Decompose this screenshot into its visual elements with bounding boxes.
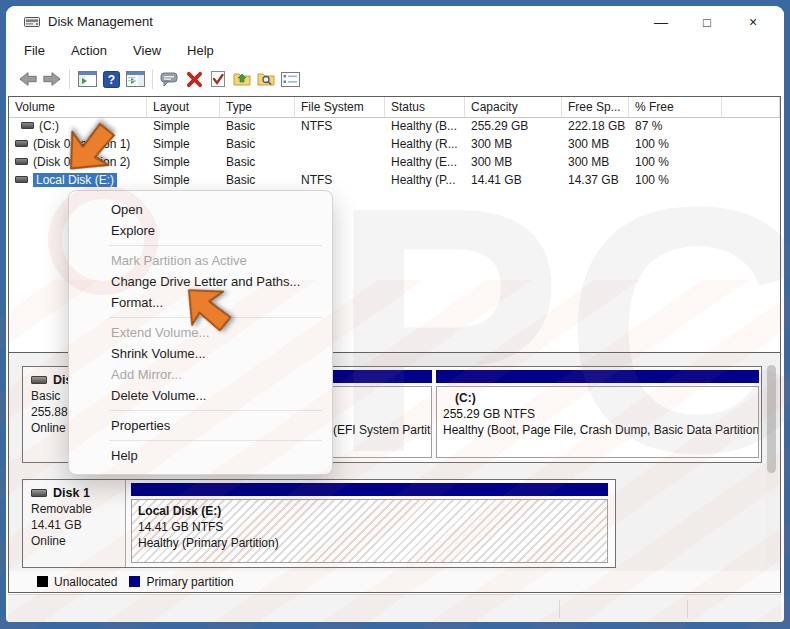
explore-folder-icon[interactable]	[254, 67, 278, 91]
legend-label: Primary partition	[146, 575, 233, 589]
cell-pct-free: 100 %	[629, 136, 722, 154]
e-partition-size: 14.41 GB NTFS	[138, 519, 601, 535]
scrollbar-thumb[interactable]	[767, 365, 776, 473]
menu-item-properties[interactable]: Properties	[69, 415, 332, 436]
status-bar	[8, 594, 781, 622]
table-row-selected[interactable]: Local Disk (E:) Simple Basic NTFS Health…	[9, 172, 780, 190]
column-header-capacity[interactable]: Capacity	[465, 97, 562, 117]
disk1-status: Online	[31, 534, 125, 548]
column-header-pct-free[interactable]: % Free	[629, 97, 722, 117]
cell-pct-free: 87 %	[629, 118, 722, 136]
volume-drive-icon	[21, 122, 34, 129]
cell-status: Healthy (E...	[385, 154, 465, 172]
c-partition-size: 255.29 GB NTFS	[443, 406, 752, 422]
menu-bar: File Action View Help	[6, 38, 784, 62]
primary-partition-bar	[131, 483, 608, 496]
legend-unallocated: Unallocated	[37, 575, 117, 589]
cell-status: Healthy (R...	[385, 136, 465, 154]
menu-item-delete-volume[interactable]: Delete Volume...	[69, 385, 332, 406]
e-partition-status: Healthy (Primary Partition)	[138, 535, 601, 551]
disk1-graphic-row: Disk 1 Removable 14.41 GB Online Local D…	[22, 479, 616, 568]
column-header-blank	[722, 97, 780, 117]
window-title: Disk Management	[48, 14, 153, 29]
delete-volume-icon[interactable]	[182, 67, 206, 91]
toolbar: ?	[6, 62, 784, 96]
menu-separator	[109, 410, 322, 411]
statusbar-separator	[687, 600, 688, 618]
cell-layout: Simple	[147, 118, 220, 136]
menu-view[interactable]: View	[133, 43, 161, 58]
cell-file-system: NTFS	[295, 118, 385, 136]
c-partition-name: (C:)	[443, 390, 752, 406]
column-header-layout[interactable]: Layout	[147, 97, 220, 117]
menu-item-shrink-volume[interactable]: Shrink Volume...	[69, 343, 332, 364]
legend-label: Unallocated	[54, 575, 117, 589]
check-properties-icon[interactable]	[206, 67, 230, 91]
show-console-tree-icon[interactable]	[75, 67, 99, 91]
c-partition-status: Healthy (Boot, Page File, Crash Dump, Ba…	[443, 422, 752, 438]
cell-capacity: 300 MB	[465, 136, 562, 154]
cell-status: Healthy (P...	[385, 172, 465, 190]
cell-type: Basic	[220, 172, 295, 190]
legend-bar: Unallocated Primary partition	[9, 571, 780, 592]
details-view-icon[interactable]	[278, 67, 302, 91]
menu-help[interactable]: Help	[187, 43, 214, 58]
volume-name: (C:)	[39, 119, 59, 133]
cell-layout: Simple	[147, 136, 220, 154]
cell-layout: Simple	[147, 172, 220, 190]
open-folder-icon[interactable]	[230, 67, 254, 91]
e-partition-name: Local Disk (E:)	[138, 503, 601, 519]
cell-file-system	[295, 154, 385, 172]
column-header-status[interactable]: Status	[385, 97, 465, 117]
cell-status: Healthy (B...	[385, 118, 465, 136]
menu-item-open[interactable]: Open	[69, 199, 332, 220]
column-header-file-system[interactable]: File System	[295, 97, 385, 117]
forward-icon[interactable]	[40, 67, 64, 91]
screen-tip-icon[interactable]	[158, 67, 182, 91]
volume-drive-icon	[15, 140, 28, 147]
disk1-e-partition-block[interactable]: Local Disk (E:) 14.41 GB NTFS Healthy (P…	[131, 483, 608, 564]
volume-drive-icon	[15, 158, 28, 165]
table-row[interactable]: (Disk 0 partition 2) Simple Basic Health…	[9, 154, 780, 172]
vertical-scrollbar[interactable]	[765, 359, 778, 565]
menu-action[interactable]: Action	[71, 43, 107, 58]
help-icon[interactable]: ?	[99, 67, 123, 91]
disk1-kind: Removable	[31, 502, 125, 516]
column-header-type[interactable]: Type	[220, 97, 295, 117]
cell-capacity: 300 MB	[465, 154, 562, 172]
menu-item-explore[interactable]: Explore	[69, 220, 332, 241]
show-action-pane-icon[interactable]	[123, 67, 147, 91]
title-bar: Disk Management — □ ×	[6, 6, 784, 38]
disk-icon	[31, 376, 47, 384]
cell-type: Basic	[220, 118, 295, 136]
cell-file-system: NTFS	[295, 172, 385, 190]
menu-separator	[109, 245, 322, 246]
toolbar-separator	[69, 69, 70, 89]
cell-free-space: 300 MB	[562, 136, 629, 154]
cell-capacity: 14.41 GB	[465, 172, 562, 190]
disk0-c-partition-block[interactable]: (C:) 255.29 GB NTFS Healthy (Boot, Page …	[436, 370, 759, 459]
table-row[interactable]: (C:) Simple Basic NTFS Healthy (B... 255…	[9, 118, 780, 136]
menu-item-mark-partition-active: Mark Partition as Active	[69, 250, 332, 271]
column-header-free-space[interactable]: Free Sp...	[562, 97, 629, 117]
cell-free-space: 222.18 GB	[562, 118, 629, 136]
menu-separator	[109, 440, 322, 441]
cell-pct-free: 100 %	[629, 154, 722, 172]
statusbar-separator	[559, 600, 560, 618]
primary-partition-swatch	[129, 576, 140, 587]
cell-type: Basic	[220, 136, 295, 154]
disk1-size: 14.41 GB	[31, 518, 125, 532]
column-header-volume[interactable]: Volume	[9, 97, 147, 117]
maximize-button[interactable]: □	[684, 6, 730, 38]
back-icon[interactable]	[16, 67, 40, 91]
cell-pct-free: 100 %	[629, 172, 722, 190]
menu-file[interactable]: File	[24, 43, 45, 58]
volume-drive-icon	[15, 176, 28, 183]
cell-free-space: 14.37 GB	[562, 172, 629, 190]
cell-capacity: 255.29 GB	[465, 118, 562, 136]
disk1-label[interactable]: Disk 1 Removable 14.41 GB Online	[23, 480, 126, 567]
close-button[interactable]: ×	[730, 6, 776, 38]
menu-item-help[interactable]: Help	[69, 445, 332, 466]
minimize-button[interactable]: —	[638, 6, 684, 38]
cell-layout: Simple	[147, 154, 220, 172]
